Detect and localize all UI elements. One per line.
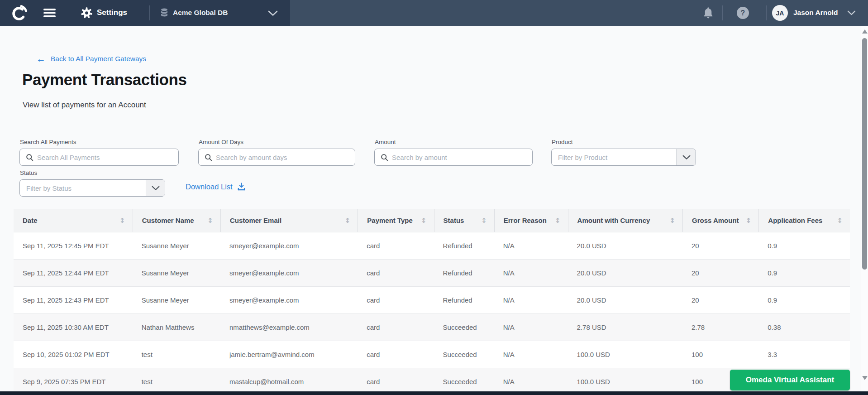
status-label: Status bbox=[20, 169, 37, 176]
cell-gross-amount: 20 bbox=[682, 232, 758, 259]
cell-customer-name: Nathan Matthews bbox=[133, 313, 220, 341]
back-link[interactable]: ← Back to All Payment Gateways bbox=[36, 54, 146, 63]
virtual-assistant-button[interactable]: Omeda Virtual Assistant bbox=[730, 370, 850, 390]
cell-status: Succeeded bbox=[434, 313, 494, 341]
chevron-down-icon[interactable] bbox=[268, 10, 278, 16]
amount-field bbox=[374, 149, 533, 166]
chevron-down-icon[interactable] bbox=[146, 180, 165, 196]
cell-customer-email: jamie.bertram@avmind.com bbox=[220, 341, 358, 368]
cell-amount-with-currency: 20.0 USD bbox=[568, 286, 682, 313]
sort-icon[interactable]: ↕ bbox=[345, 217, 351, 225]
cell-date: Sep 11, 2025 12:43 PM EDT bbox=[14, 286, 133, 313]
cell-error-reason: N/A bbox=[494, 259, 568, 286]
cell-payment-type: card bbox=[358, 341, 434, 368]
column-header-amount-with-currency[interactable]: Amount with Currency↕ bbox=[568, 209, 682, 232]
sort-icon[interactable]: ↕ bbox=[207, 217, 213, 225]
cell-payment-type: card bbox=[358, 313, 434, 341]
sort-icon[interactable]: ↕ bbox=[481, 217, 487, 225]
cell-date: Sep 11, 2025 10:30 AM EDT bbox=[14, 313, 133, 341]
sort-icon[interactable]: ↕ bbox=[746, 217, 752, 225]
gear-icon[interactable] bbox=[81, 7, 93, 19]
chevron-down-icon[interactable] bbox=[847, 10, 856, 15]
sort-icon[interactable]: ↕ bbox=[669, 217, 675, 225]
table-row: Sep 10, 2025 01:02 PM EDTtestjamie.bertr… bbox=[14, 341, 850, 368]
avatar[interactable]: JA bbox=[772, 5, 788, 21]
amount-label: Amount bbox=[375, 139, 396, 145]
search-all-label: Search All Payments bbox=[20, 139, 76, 145]
cell-customer-email: smeyer@example.com bbox=[220, 232, 358, 259]
download-icon bbox=[237, 182, 246, 191]
cell-status: Succeeded bbox=[434, 341, 494, 368]
omeda-logo-icon[interactable] bbox=[10, 4, 28, 22]
cell-date: Sep 9, 2025 07:35 PM EDT bbox=[14, 368, 133, 395]
bell-icon[interactable] bbox=[702, 6, 715, 20]
column-header-gross-amount[interactable]: Gross Amount↕ bbox=[682, 209, 758, 232]
sort-icon[interactable]: ↕ bbox=[555, 217, 561, 225]
column-header-customer-name[interactable]: Customer Name↕ bbox=[133, 209, 220, 232]
scroll-up-icon[interactable] bbox=[862, 29, 868, 34]
column-label: Amount with Currency bbox=[577, 217, 650, 224]
cell-application-fees: 3.3 bbox=[758, 341, 850, 368]
cell-amount-with-currency: 100.0 USD bbox=[568, 368, 682, 395]
column-label: Application Fees bbox=[768, 217, 822, 224]
cell-customer-name: test bbox=[133, 341, 220, 368]
hamburger-bar bbox=[43, 15, 56, 17]
cell-status: Succeeded bbox=[434, 368, 494, 395]
cell-application-fees: 0.38 bbox=[758, 313, 850, 341]
cell-application-fees: 0.9 bbox=[758, 259, 850, 286]
cell-customer-email: mastalcup@hotmail.com bbox=[220, 368, 358, 395]
nav-divider bbox=[722, 5, 723, 20]
cell-error-reason: N/A bbox=[494, 313, 568, 341]
status-select-value: Filter by Status bbox=[20, 184, 146, 192]
page-title: Payment Transactions bbox=[22, 71, 187, 89]
back-link-label: Back to All Payment Gateways bbox=[51, 55, 146, 63]
search-all-field bbox=[19, 149, 179, 166]
cell-payment-type: card bbox=[358, 259, 434, 286]
column-label: Customer Name bbox=[142, 217, 194, 224]
cell-error-reason: N/A bbox=[494, 232, 568, 259]
cell-amount-with-currency: 2.78 USD bbox=[568, 313, 682, 341]
avatar-initials: JA bbox=[776, 10, 784, 17]
hamburger-menu-icon[interactable] bbox=[43, 9, 56, 17]
column-label: Payment Type bbox=[367, 217, 413, 224]
column-header-error-reason[interactable]: Error Reason↕ bbox=[494, 209, 568, 232]
column-label: Error Reason bbox=[504, 217, 547, 224]
help-glyph: ? bbox=[741, 9, 745, 17]
sort-icon[interactable]: ↕ bbox=[837, 217, 843, 225]
search-icon bbox=[26, 154, 33, 161]
cell-customer-email: smeyer@example.com bbox=[220, 259, 358, 286]
status-select[interactable]: Filter by Status bbox=[19, 179, 165, 197]
table-row: Sep 11, 2025 10:30 AM EDTNathan Matthews… bbox=[14, 313, 850, 341]
amount-days-input[interactable] bbox=[216, 149, 355, 165]
nav-settings-label[interactable]: Settings bbox=[97, 8, 127, 17]
hamburger-bar bbox=[43, 12, 56, 14]
cell-amount-with-currency: 100.0 USD bbox=[568, 341, 682, 368]
cell-customer-name: Susanne Meyer bbox=[133, 232, 220, 259]
product-select[interactable]: Filter by Product bbox=[551, 149, 696, 166]
amount-input[interactable] bbox=[392, 149, 532, 165]
search-all-input[interactable] bbox=[37, 149, 178, 165]
cell-application-fees: 0.9 bbox=[758, 286, 850, 313]
column-header-application-fees[interactable]: Application Fees↕ bbox=[758, 209, 850, 232]
nav-divider bbox=[149, 5, 150, 20]
database-selector[interactable]: Acme Global DB bbox=[173, 9, 228, 17]
chevron-down-icon[interactable] bbox=[677, 149, 696, 165]
scrollbar-thumb[interactable] bbox=[862, 38, 867, 270]
column-header-date[interactable]: Date↕ bbox=[14, 209, 133, 232]
cell-error-reason: N/A bbox=[494, 368, 568, 395]
table-row: Sep 9, 2025 07:35 PM EDTtestmastalcup@ho… bbox=[14, 368, 850, 395]
help-icon[interactable]: ? bbox=[737, 7, 749, 19]
column-header-payment-type[interactable]: Payment Type↕ bbox=[358, 209, 434, 232]
cell-date: Sep 11, 2025 12:45 PM EDT bbox=[14, 232, 133, 259]
user-menu[interactable]: Jason Arnold bbox=[793, 9, 838, 17]
download-list-link[interactable]: Download List bbox=[186, 182, 246, 191]
scroll-down-icon[interactable] bbox=[862, 376, 868, 380]
cell-amount-with-currency: 20.0 USD bbox=[568, 232, 682, 259]
top-navbar: Settings Acme Global DB ? JA bbox=[0, 0, 868, 26]
sort-icon[interactable]: ↕ bbox=[119, 217, 125, 225]
app-root: Settings Acme Global DB ? JA bbox=[0, 0, 868, 395]
sort-icon[interactable]: ↕ bbox=[421, 217, 427, 225]
table-row: Sep 11, 2025 12:43 PM EDTSusanne Meyersm… bbox=[14, 286, 850, 313]
column-header-status[interactable]: Status↕ bbox=[434, 209, 494, 232]
column-header-customer-email[interactable]: Customer Email↕ bbox=[220, 209, 358, 232]
